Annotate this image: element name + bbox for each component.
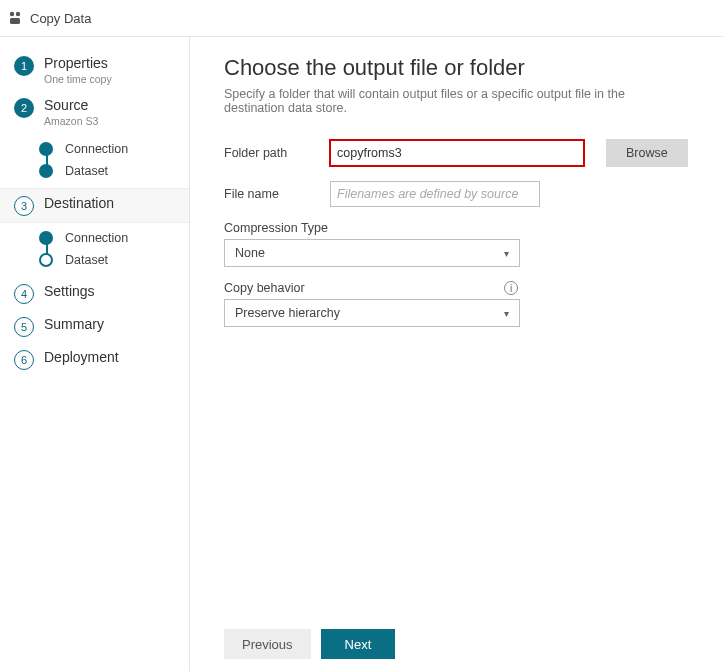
file-name-label: File name [224,187,330,201]
compression-type-value: None [235,246,265,260]
step-label: Settings [44,283,95,300]
step-settings[interactable]: 4 Settings [0,277,189,310]
page-description: Specify a folder that will contain outpu… [224,87,688,115]
step-number: 6 [14,350,34,370]
caret-down-icon: ▾ [504,248,509,259]
destination-substeps: Connection Dataset [30,227,189,271]
compression-type-label: Compression Type [224,221,328,235]
step-number: 4 [14,284,34,304]
substep-label: Dataset [65,164,108,178]
step-label: Destination [44,195,114,212]
substep-dot [39,231,53,245]
step-number: 3 [14,196,34,216]
copy-behavior-select[interactable]: Preserve hierarchy ▾ [224,299,520,327]
substep-source-dataset[interactable]: Dataset [30,160,189,182]
main-panel: Choose the output file or folder Specify… [190,36,724,671]
substep-source-connection[interactable]: Connection [30,138,189,160]
step-label: Summary [44,316,104,333]
substep-dot [39,142,53,156]
step-number: 1 [14,56,34,76]
next-button[interactable]: Next [321,629,396,659]
step-number: 5 [14,317,34,337]
substep-label: Dataset [65,253,108,267]
svg-point-1 [16,12,20,16]
copy-behavior-label: Copy behavior [224,281,305,295]
wizard-footer: Previous Next [224,621,688,659]
step-number: 2 [14,98,34,118]
step-label: Deployment [44,349,119,366]
wizard-sidebar: 1 Properties One time copy 2 Source Amaz… [0,36,190,671]
substep-dot [39,164,53,178]
step-properties[interactable]: 1 Properties One time copy [0,49,189,91]
svg-point-0 [10,12,14,16]
info-icon[interactable]: i [504,281,518,295]
substep-destination-dataset[interactable]: Dataset [30,249,189,271]
caret-down-icon: ▾ [504,308,509,319]
file-name-input[interactable] [330,181,540,207]
folder-path-label: Folder path [224,146,330,160]
step-sublabel: Amazon S3 [44,115,98,128]
page-heading: Choose the output file or folder [224,55,688,81]
step-summary[interactable]: 5 Summary [0,310,189,343]
step-label: Properties [44,55,112,72]
step-deployment[interactable]: 6 Deployment [0,343,189,376]
step-sublabel: One time copy [44,73,112,86]
source-substeps: Connection Dataset [30,138,189,182]
browse-button[interactable]: Browse [606,139,688,167]
step-destination[interactable]: 3 Destination [0,188,189,223]
folder-path-input[interactable] [330,140,584,166]
svg-rect-2 [10,18,20,24]
substep-destination-connection[interactable]: Connection [30,227,189,249]
step-label: Source [44,97,98,114]
app-title: Copy Data [30,11,91,26]
copy-behavior-value: Preserve hierarchy [235,306,340,320]
title-bar: Copy Data [0,0,724,36]
substep-dot [39,253,53,267]
substep-label: Connection [65,142,128,156]
substep-label: Connection [65,231,128,245]
previous-button[interactable]: Previous [224,629,311,659]
step-source[interactable]: 2 Source Amazon S3 [0,91,189,133]
compression-type-select[interactable]: None ▾ [224,239,520,267]
copy-data-icon [8,11,24,25]
